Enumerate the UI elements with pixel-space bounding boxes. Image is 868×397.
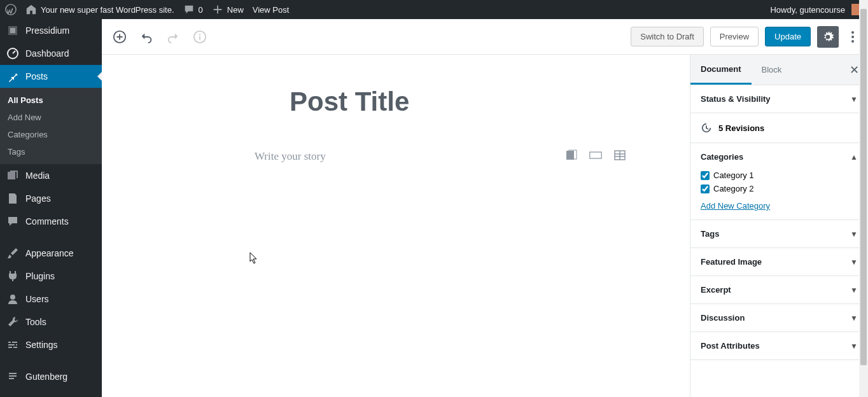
svg-point-9	[851, 31, 854, 34]
gutenberg-icon	[6, 370, 19, 383]
post-title[interactable]: Post Title	[290, 87, 652, 117]
chevron-down-icon: ▼	[850, 314, 858, 323]
svg-rect-12	[566, 151, 574, 160]
inspector-sidebar: Document Block ✕ Status & Visibility▼ 5 …	[690, 55, 868, 397]
update-button[interactable]: Update	[765, 27, 811, 46]
block-inserter-tools	[565, 149, 626, 164]
page-icon	[6, 192, 19, 205]
svg-point-10	[851, 36, 854, 38]
sidebar-sub-tags[interactable]: Tags	[0, 143, 102, 160]
settings-gear-button[interactable]	[817, 26, 839, 48]
panel-categories: Categories▲ Category 1 Category 2 Add Ne…	[690, 143, 868, 220]
sidebar-item-appearance[interactable]: Appearance	[0, 242, 102, 265]
gear-icon	[822, 31, 834, 43]
cursor-icon	[249, 252, 258, 265]
add-block-button[interactable]	[109, 27, 130, 47]
sidebar-item-pressidium[interactable]: Pressidium	[0, 19, 102, 42]
panel-featured-image[interactable]: Featured Image▼	[690, 248, 868, 276]
editor: Switch to Draft Preview Update Post Titl…	[102, 19, 868, 397]
add-new-category-link[interactable]: Add New Category	[701, 201, 770, 211]
panel-tags[interactable]: Tags▼	[690, 220, 868, 248]
svg-rect-8	[199, 36, 200, 40]
sidebar-item-posts[interactable]: Posts	[0, 65, 102, 88]
chevron-down-icon: ▼	[850, 258, 858, 267]
tab-document[interactable]: Document	[690, 55, 752, 85]
comments-link[interactable]: 0	[183, 4, 203, 15]
user-icon	[6, 293, 19, 305]
preview-button[interactable]: Preview	[710, 27, 759, 46]
editor-toolbar: Switch to Draft Preview Update	[102, 19, 868, 55]
new-label: New	[227, 5, 244, 15]
sidebar-item-dashboard[interactable]: Dashboard	[0, 42, 102, 65]
new-link[interactable]: New	[212, 4, 244, 15]
scrollbar[interactable]	[859, 0, 868, 397]
sidebar-item-pages[interactable]: Pages	[0, 187, 102, 210]
sidebar-sub-addnew[interactable]: Add New	[0, 109, 102, 126]
revisions-link[interactable]: 5 Revisions	[690, 113, 868, 143]
chevron-down-icon: ▼	[850, 342, 858, 351]
panel-discussion[interactable]: Discussion▼	[690, 304, 868, 332]
svg-rect-14	[590, 152, 601, 158]
view-post-link[interactable]: View Post	[253, 5, 290, 15]
redo-button[interactable]	[163, 27, 183, 47]
sliders-icon	[6, 338, 19, 351]
undo-button[interactable]	[136, 27, 157, 47]
comment-icon	[6, 215, 19, 228]
media-icon	[6, 169, 19, 182]
editor-more-button[interactable]	[845, 31, 860, 43]
wp-logo[interactable]	[5, 4, 17, 15]
chevron-down-icon: ▼	[850, 95, 858, 104]
chevron-down-icon: ▼	[850, 230, 858, 239]
sidebar-item-tools[interactable]: Tools	[0, 310, 102, 333]
comments-count: 0	[199, 5, 203, 15]
category-checkbox-2[interactable]: Category 2	[701, 184, 858, 193]
chevron-down-icon: ▼	[850, 286, 858, 295]
sidebar-item-comments[interactable]: Comments	[0, 210, 102, 233]
svg-point-4	[10, 295, 15, 300]
chevron-up-icon: ▲	[850, 153, 858, 162]
switch-to-draft-button[interactable]: Switch to Draft	[631, 27, 704, 46]
sidebar-sub-allposts[interactable]: All Posts	[0, 92, 102, 109]
svg-rect-2	[10, 28, 15, 33]
sidebar-item-media[interactable]: Media	[0, 164, 102, 187]
brush-icon	[6, 247, 19, 260]
howdy-user[interactable]: Howdy, gutencourse	[770, 4, 863, 15]
sidebar-item-settings[interactable]: Settings	[0, 333, 102, 356]
inspector-tabs: Document Block ✕	[690, 55, 868, 85]
scrollbar-thumb[interactable]	[860, 9, 867, 365]
sidebar-item-plugins[interactable]: Plugins	[0, 265, 102, 288]
history-icon	[701, 122, 712, 134]
site-name: Your new super fast WordPress site.	[41, 5, 174, 15]
admin-sidebar: Pressidium Dashboard Posts All Posts Add…	[0, 19, 102, 397]
wrench-icon	[6, 316, 19, 328]
panel-status-visibility[interactable]: Status & Visibility▼	[690, 85, 868, 113]
tab-block[interactable]: Block	[752, 55, 792, 85]
site-link[interactable]: Your new super fast WordPress site.	[25, 4, 174, 15]
svg-point-11	[851, 40, 854, 43]
panel-excerpt[interactable]: Excerpt▼	[690, 276, 868, 304]
admin-bar: Your new super fast WordPress site. 0 Ne…	[0, 0, 868, 19]
editor-canvas[interactable]: Post Title Write your story	[102, 55, 690, 397]
sidebar-item-users[interactable]: Users	[0, 288, 102, 310]
plug-icon	[6, 270, 19, 282]
svg-point-7	[199, 34, 200, 35]
content-placeholder[interactable]: Write your story	[255, 150, 565, 163]
block-image-icon[interactable]	[565, 149, 578, 164]
panel-post-attributes[interactable]: Post Attributes▼	[690, 332, 868, 360]
sidebar-sub-categories[interactable]: Categories	[0, 126, 102, 143]
block-embed-icon[interactable]	[589, 149, 602, 164]
info-button[interactable]	[190, 27, 210, 47]
sidebar-item-gutenberg[interactable]: Gutenberg	[0, 365, 102, 388]
category-checkbox-1[interactable]: Category 1	[701, 171, 858, 180]
block-table-icon[interactable]	[613, 149, 626, 164]
pin-icon	[6, 70, 19, 83]
dashboard-icon	[6, 47, 19, 60]
pressidium-icon	[6, 24, 19, 37]
sidebar-submenu-posts: All Posts Add New Categories Tags	[0, 88, 102, 164]
